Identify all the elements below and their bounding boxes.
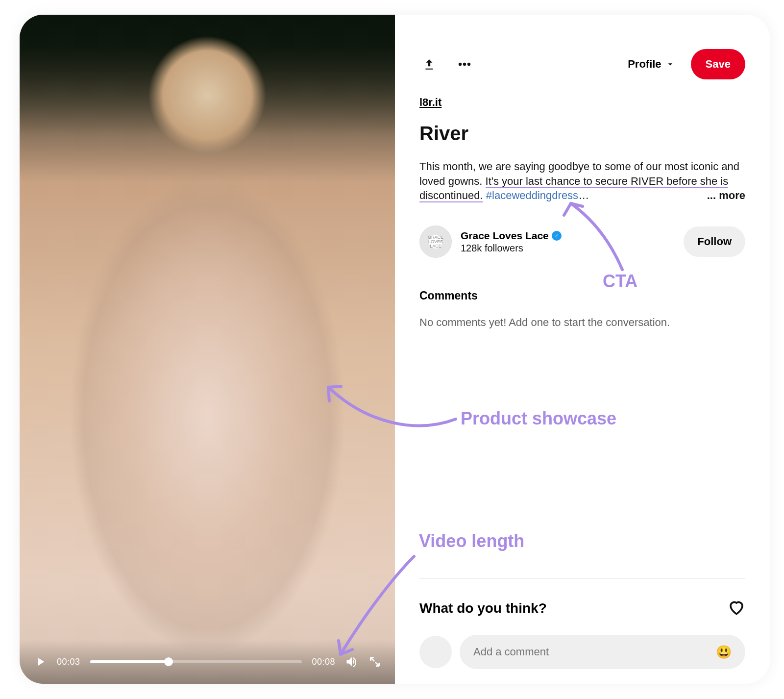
video-current-time: 00:03 xyxy=(57,657,80,667)
pin-video[interactable]: 00:03 00:08 xyxy=(20,15,395,684)
source-link[interactable]: l8r.it xyxy=(419,96,745,109)
verified-badge-icon xyxy=(552,231,562,241)
save-button[interactable]: Save xyxy=(691,49,745,79)
svg-point-1 xyxy=(463,63,466,66)
comment-input-wrapper[interactable]: 😃 xyxy=(460,635,745,669)
comment-input[interactable] xyxy=(473,646,716,658)
author-row: GRACELOVESLACE Grace Loves Lace 128k fol… xyxy=(419,225,745,258)
more-button[interactable]: ... more xyxy=(707,188,745,203)
desc-hashtag[interactable]: #laceweddingdress xyxy=(486,189,578,201)
video-controls: 00:03 00:08 xyxy=(20,640,395,684)
video-progress-fill xyxy=(90,660,169,663)
pin-title: River xyxy=(419,123,745,145)
self-avatar[interactable] xyxy=(419,636,452,668)
svg-point-2 xyxy=(467,63,470,66)
video-total-time: 00:08 xyxy=(312,657,335,667)
comment-prompt: What do you think? xyxy=(419,600,547,616)
heart-icon[interactable] xyxy=(728,599,745,618)
pin-details: Profile Save l8r.it River This month, we… xyxy=(395,15,770,684)
more-icon[interactable] xyxy=(455,54,474,74)
follow-button[interactable]: Follow xyxy=(684,226,745,257)
author-info: Grace Loves Lace 128k followers xyxy=(461,230,562,254)
volume-icon[interactable] xyxy=(345,655,359,669)
author-avatar[interactable]: GRACELOVESLACE xyxy=(419,225,452,258)
fullscreen-icon[interactable] xyxy=(368,655,381,668)
profile-selector[interactable]: Profile xyxy=(628,58,675,71)
desc-ellipsis: … xyxy=(578,189,589,201)
video-progress[interactable] xyxy=(90,660,302,663)
pin-card: 00:03 00:08 Profile xyxy=(20,15,770,684)
author-name: Grace Loves Lace xyxy=(461,230,549,242)
comments-heading: Comments xyxy=(419,289,745,302)
chevron-down-icon xyxy=(665,59,675,69)
play-icon[interactable] xyxy=(33,655,47,669)
profile-label: Profile xyxy=(628,58,661,71)
pin-topbar: Profile Save xyxy=(419,49,745,79)
pin-description: This month, we are saying goodbye to som… xyxy=(419,159,745,203)
author-followers: 128k followers xyxy=(461,243,562,254)
video-progress-knob[interactable] xyxy=(164,657,173,666)
emoji-icon[interactable]: 😃 xyxy=(716,645,732,660)
comment-composer: What do you think? 😃 xyxy=(419,578,745,669)
share-icon[interactable] xyxy=(419,54,439,74)
svg-point-0 xyxy=(459,63,462,66)
comments-empty: No comments yet! Add one to start the co… xyxy=(419,316,745,329)
author-name-row[interactable]: Grace Loves Lace xyxy=(461,230,562,242)
